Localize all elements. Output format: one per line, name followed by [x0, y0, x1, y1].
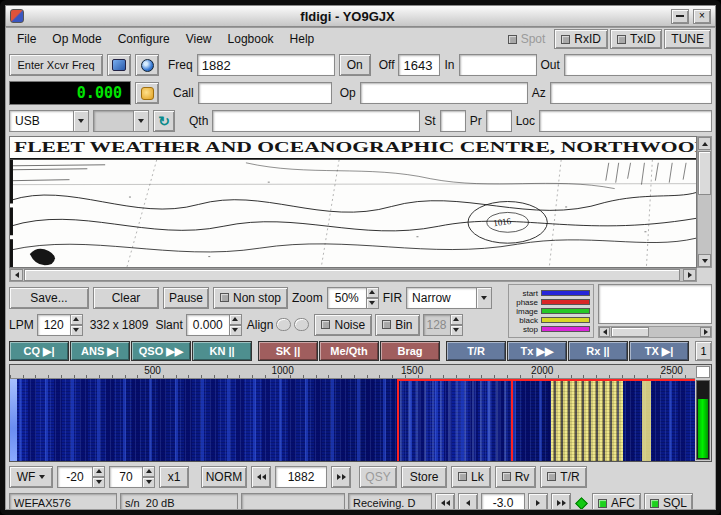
rxid-toggle[interactable]: RxID [554, 29, 608, 49]
wf-lower-limit-spinner[interactable]: -20 [57, 466, 105, 488]
txid-toggle[interactable]: TxID [610, 29, 662, 49]
freq-input[interactable] [197, 54, 335, 76]
menu-configure[interactable]: Configure [111, 30, 177, 48]
tune-button[interactable]: TUNE [664, 29, 711, 49]
scroll-up-button[interactable] [698, 137, 711, 150]
spin-up[interactable] [229, 314, 242, 325]
minimize-button[interactable] [671, 9, 689, 24]
fine-tune-value[interactable]: -3.0 [481, 493, 525, 510]
spin-down[interactable] [70, 325, 83, 336]
fir-select[interactable]: Narrow [406, 287, 492, 309]
menu-help[interactable]: Help [283, 30, 322, 48]
enter-xcvr-freq-button[interactable]: Enter Xcvr Freq [9, 54, 103, 76]
arrow-right-icon [337, 474, 341, 480]
macro-button-qso[interactable]: QSO ▶▶ [131, 341, 191, 361]
reverse-toggle[interactable]: Rv [495, 466, 537, 488]
loc-input[interactable] [539, 110, 712, 132]
in-input[interactable] [459, 54, 537, 76]
pause-button[interactable]: Pause [163, 287, 209, 309]
menu-file[interactable]: File [10, 30, 43, 48]
tr-toggle[interactable]: T/R [540, 466, 586, 488]
out-input[interactable] [564, 54, 712, 76]
macro-button-tr[interactable]: T/R [446, 341, 506, 361]
non-stop-toggle[interactable]: Non stop [213, 287, 288, 309]
bin-toggle[interactable]: Bin [375, 314, 419, 336]
lpm-spinner[interactable]: 120 [37, 314, 83, 336]
save-button[interactable]: Save... [9, 287, 89, 309]
mode-select[interactable]: USB [9, 110, 89, 132]
titlebar[interactable]: fldigi - YO9GJX × [5, 5, 716, 27]
spin-up[interactable] [142, 466, 155, 477]
vertical-scroll-thumb[interactable] [698, 151, 711, 195]
mode-status-button[interactable]: WEFAX576 [9, 493, 117, 511]
carrier-left-button[interactable] [251, 466, 271, 488]
qth-input[interactable] [212, 110, 420, 132]
preview-scroll-thumb[interactable] [611, 327, 649, 337]
spin-up[interactable] [92, 466, 105, 477]
preview-scrollbar[interactable] [598, 326, 712, 338]
scroll-left-button[interactable] [599, 327, 610, 337]
spin-down[interactable] [229, 325, 242, 336]
spin-up[interactable] [70, 314, 83, 325]
spin-down[interactable] [366, 298, 379, 309]
az-input[interactable] [550, 82, 712, 104]
wefax-vertical-scrollbar[interactable] [697, 136, 712, 268]
sql-toggle[interactable]: SQL [644, 493, 693, 510]
clear-button[interactable]: Clear [93, 287, 159, 309]
wf-range-spinner[interactable]: 70 [109, 466, 155, 488]
qsy-hand-button[interactable] [135, 82, 159, 104]
spin-down[interactable] [142, 477, 155, 488]
lock-toggle[interactable]: Lk [451, 466, 491, 488]
wefax-horizontal-scrollbar[interactable] [9, 268, 697, 282]
pr-input[interactable] [486, 110, 512, 132]
noise-toggle[interactable]: Noise [314, 314, 372, 336]
fine-tune-fast-up-button[interactable] [551, 493, 571, 510]
st-input[interactable] [440, 110, 466, 132]
rig-control-button[interactable] [107, 54, 131, 76]
world-clock-button[interactable] [135, 54, 159, 76]
menu-logbook[interactable]: Logbook [221, 30, 281, 48]
spin-down[interactable] [92, 477, 105, 488]
scroll-right-button[interactable] [700, 327, 711, 337]
macro-set-button[interactable]: 1 [695, 341, 712, 361]
store-button[interactable]: Store [401, 466, 447, 488]
revert-button[interactable]: ↻ [153, 110, 175, 132]
horizontal-scroll-thumb[interactable] [24, 269, 680, 281]
macro-button-tx[interactable]: Tx ▶▶ [507, 341, 567, 361]
macro-button-sk[interactable]: SK || [258, 341, 318, 361]
scroll-right-button[interactable] [683, 269, 696, 281]
macro-button-cq[interactable]: CQ ▶| [9, 341, 69, 361]
afc-toggle[interactable]: AFC [592, 493, 641, 510]
macro-button-me-qth[interactable]: Me/Qth [319, 341, 379, 361]
wefax-received-image[interactable]: FLEET WEATHER AND OCEANOGRAPHIC CENTRE, … [9, 136, 697, 268]
scroll-left-button[interactable] [10, 269, 23, 281]
call-input[interactable] [198, 82, 332, 104]
norm-button[interactable]: NORM [201, 466, 247, 488]
close-button[interactable]: × [693, 9, 711, 24]
macro-button-kn[interactable]: KN || [192, 341, 252, 361]
macro-button-ans[interactable]: ANS ▶| [70, 341, 130, 361]
scroll-down-button[interactable] [698, 254, 711, 267]
spin-up[interactable] [366, 287, 379, 298]
non-stop-led [220, 293, 229, 302]
carrier-frequency-value[interactable]: 1882 [275, 466, 327, 488]
menu-view[interactable]: View [179, 30, 219, 48]
align-right-button[interactable] [294, 318, 309, 331]
waterfall-display[interactable] [10, 379, 695, 461]
wf-mode-button[interactable]: WF [9, 466, 53, 488]
op-input[interactable] [360, 82, 528, 104]
align-left-button[interactable] [276, 318, 291, 331]
zoom-spinner[interactable]: 50% [327, 287, 379, 309]
macro-button-tx2[interactable]: TX ▶| [629, 341, 689, 361]
fine-tune-down-button[interactable] [458, 493, 478, 510]
slant-spinner[interactable]: 0.000 [186, 314, 242, 336]
carrier-right-button[interactable] [331, 466, 351, 488]
on-button[interactable]: On [339, 54, 371, 76]
wf-zoom-button[interactable]: x1 [159, 466, 189, 488]
menu-op-mode[interactable]: Op Mode [45, 30, 108, 48]
macro-button-rx[interactable]: Rx || [568, 341, 628, 361]
macro-button-brag[interactable]: Brag [380, 341, 440, 361]
off-input[interactable] [398, 54, 440, 76]
fine-tune-up-button[interactable] [528, 493, 548, 510]
fine-tune-fast-down-button[interactable] [435, 493, 455, 510]
